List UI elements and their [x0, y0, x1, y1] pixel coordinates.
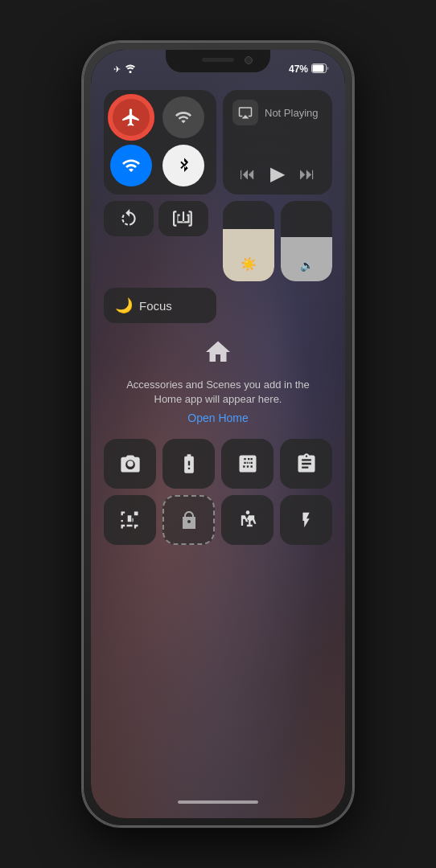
phone-screen: ✈ 47% — [91, 50, 345, 818]
brightness-fill — [223, 229, 274, 281]
actions-block — [104, 201, 216, 281]
quick-actions-row1 — [104, 439, 332, 489]
volume-icon: 🔉 — [300, 259, 314, 272]
svg-point-0 — [130, 71, 132, 73]
focus-button[interactable]: 🌙 Focus — [104, 288, 216, 323]
focus-icon: 🌙 — [115, 297, 133, 314]
home-description: Accessories and Scenes you add in the Ho… — [120, 378, 316, 407]
media-title: Not Playing — [265, 107, 318, 119]
screen-rotation-button[interactable] — [104, 201, 154, 236]
phone-frame: ✈ 47% — [81, 40, 355, 828]
mute-button[interactable] — [81, 138, 83, 162]
volume-down-button[interactable] — [81, 228, 83, 272]
sliders-block: ☀️ 🔉 — [223, 201, 332, 281]
volume-slider[interactable]: 🔉 — [281, 201, 332, 281]
accessibility-button[interactable] — [221, 495, 274, 545]
svg-point-3 — [245, 511, 249, 515]
battery-quick-button[interactable] — [162, 439, 215, 489]
airplane-status-icon: ✈ — [113, 64, 121, 75]
airplay-button[interactable] — [232, 100, 258, 125]
connectivity-block — [104, 90, 216, 194]
brightness-slider[interactable]: ☀️ — [223, 201, 274, 281]
home-icon — [204, 338, 232, 373]
home-bar[interactable] — [178, 800, 258, 804]
speaker — [202, 58, 234, 62]
home-section: Accessories and Scenes you add in the Ho… — [104, 330, 332, 432]
status-right: 47% — [289, 63, 329, 76]
qr-scan-button[interactable] — [104, 495, 156, 545]
wifi-button[interactable] — [110, 145, 152, 186]
quick-actions-row2 — [104, 495, 332, 545]
camera-quick-button[interactable] — [104, 439, 156, 489]
notch — [166, 50, 270, 72]
screen-mirror-button[interactable] — [158, 201, 208, 236]
status-left: ✈ — [113, 63, 136, 76]
airplane-mode-button[interactable] — [110, 96, 152, 138]
media-player: Not Playing ⏮ ▶ ⏭ — [223, 90, 332, 194]
open-home-link[interactable]: Open Home — [187, 411, 248, 424]
flashlight-button[interactable] — [280, 495, 332, 545]
camera-dot — [245, 56, 253, 64]
volume-up-button[interactable] — [81, 174, 83, 219]
fast-forward-button[interactable]: ⏭ — [299, 165, 315, 183]
battery-percent: 47% — [289, 63, 308, 75]
row-actions-sliders: ☀️ 🔉 — [104, 201, 332, 281]
brightness-icon: ☀️ — [241, 256, 257, 272]
calculator-quick-button[interactable] — [221, 439, 274, 489]
media-top: Not Playing — [232, 100, 323, 125]
battery-icon — [311, 63, 329, 76]
play-button[interactable]: ▶ — [270, 162, 285, 185]
wifi-status-icon — [125, 63, 136, 76]
control-center: Not Playing ⏮ ▶ ⏭ — [104, 90, 332, 802]
bluetooth-button[interactable] — [162, 145, 204, 186]
focus-label: Focus — [139, 299, 172, 313]
rewind-button[interactable]: ⏮ — [240, 165, 256, 183]
row-connectivity-media: Not Playing ⏮ ▶ ⏭ — [104, 90, 332, 194]
cellular-button[interactable] — [162, 96, 204, 138]
svg-rect-2 — [313, 64, 324, 72]
power-button[interactable] — [353, 174, 355, 239]
lock-screen-button[interactable] — [162, 495, 215, 545]
notes-quick-button[interactable] — [280, 439, 332, 489]
focus-row: 🌙 Focus — [104, 288, 332, 323]
media-controls: ⏮ ▶ ⏭ — [232, 162, 323, 185]
action-row-top — [104, 201, 216, 236]
